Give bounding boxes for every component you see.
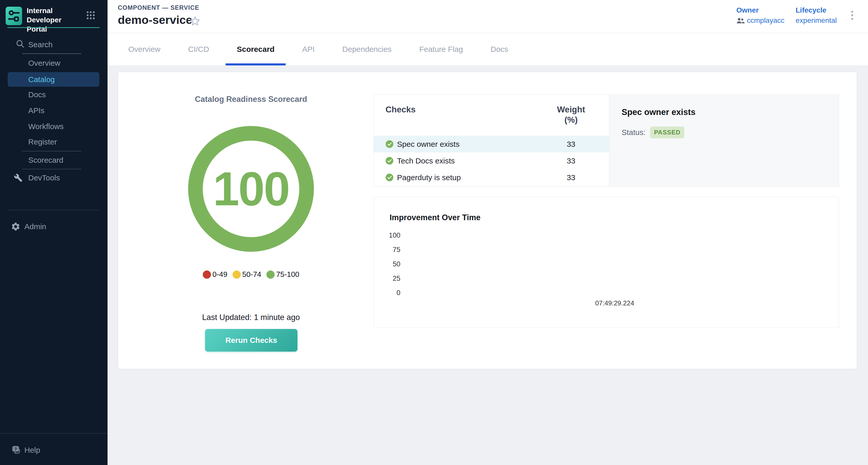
help-chat-icon: ?: [11, 445, 22, 455]
y-tick-label: 25: [384, 274, 400, 283]
sidebar-item-register[interactable]: Register: [0, 134, 107, 149]
owner-label: Owner: [736, 6, 784, 14]
tab[interactable]: Dependencies: [331, 33, 403, 65]
sidebar-item-devtools[interactable]: DevTools: [0, 170, 107, 185]
tab[interactable]: Overview: [117, 33, 172, 65]
sidebar-item-docs[interactable]: Docs: [0, 87, 107, 102]
checks-table: Checks Weight (%) Spec owner exists 33: [374, 95, 609, 187]
tab[interactable]: CI/CD: [177, 33, 220, 65]
check-row[interactable]: Pagerduty is setup 33: [374, 169, 609, 186]
improvement-chart: Improvement Over Time 1007550250 07:49:2…: [373, 197, 839, 328]
legend-item: 50-74: [232, 270, 261, 279]
tab[interactable]: Feature Flag: [408, 33, 474, 65]
legend-item: 75-100: [267, 270, 299, 279]
chart-title: Improvement Over Time: [390, 213, 480, 222]
score-value: 100: [213, 162, 289, 216]
favorite-star-icon[interactable]: [189, 15, 201, 27]
y-tick-label: 0: [384, 288, 400, 297]
people-icon: [736, 17, 745, 24]
owner-block: Owner ccmplayacc: [736, 6, 784, 25]
checks-panel: Checks Weight (%) Spec owner exists 33: [373, 94, 839, 187]
search-label: Search: [28, 40, 53, 49]
breadcrumb: COMPONENT — SERVICE: [118, 4, 199, 11]
status-label: Status:: [622, 128, 646, 137]
x-tick-label: 07:49:29.224: [576, 299, 653, 307]
app-logo-icon: [6, 7, 22, 25]
legend-dot: [232, 271, 241, 279]
entity-tabs: Overview CI/CD Scorecard API Dependencie…: [107, 33, 868, 66]
owner-link[interactable]: ccmplayacc: [747, 17, 784, 25]
search-underline: [22, 53, 81, 54]
sidebar-divider: [22, 169, 81, 169]
sidebar: Internal Developer Portal Search Overvie…: [0, 0, 107, 465]
score-legend: 0-49 50-74 75-100: [174, 270, 328, 279]
sidebar-item-overview[interactable]: Overview: [0, 56, 107, 70]
lifecycle-block: Lifecycle experimental: [796, 6, 837, 25]
scorecard-title: Catalog Readiness Scorecard: [174, 95, 328, 104]
wrench-icon: [14, 174, 23, 182]
rerun-checks-button[interactable]: Rerun Checks: [205, 329, 298, 351]
search-icon: [16, 39, 25, 48]
status-badge: PASSED: [650, 126, 684, 138]
tab[interactable]: Scorecard: [226, 33, 286, 65]
sidebar-item-help[interactable]: ? Help: [0, 443, 107, 458]
check-passed-icon: [385, 157, 394, 165]
entity-header: COMPONENT — SERVICE demo-service Owner c…: [107, 0, 868, 33]
checks-column-header: Checks: [385, 104, 415, 125]
check-row[interactable]: Spec owner exists 33: [374, 136, 609, 152]
sidebar-divider: [22, 151, 81, 151]
tab[interactable]: Docs: [479, 33, 520, 65]
check-row[interactable]: Tech Docs exists 33: [374, 152, 609, 169]
lifecycle-label: Lifecycle: [796, 6, 837, 14]
chart-y-axis: 1007550250: [384, 231, 400, 297]
legend-dot: [267, 271, 275, 279]
scorecard-card: Catalog Readiness Scorecard 100 0-49 50-…: [118, 72, 857, 369]
more-options-kebab-icon[interactable]: [851, 11, 853, 20]
lifecycle-value: experimental: [796, 17, 837, 25]
brand-title: Internal Developer Portal: [27, 6, 82, 34]
check-passed-icon: [385, 174, 394, 181]
y-tick-label: 100: [384, 231, 400, 240]
last-updated-text: Last Updated: 1 minute ago: [174, 313, 328, 322]
sidebar-item-apis[interactable]: APIs: [0, 103, 107, 118]
tab[interactable]: API: [291, 33, 326, 65]
weight-column-header: Weight (%): [551, 104, 592, 125]
sidebar-item-workflows[interactable]: Workflows: [0, 119, 107, 134]
sidebar-item-scorecard[interactable]: Scorecard: [0, 153, 107, 167]
sidebar-search[interactable]: Search: [0, 37, 107, 54]
y-tick-label: 75: [384, 245, 400, 254]
page-title: demo-service: [118, 13, 192, 27]
legend-item: 0-49: [203, 270, 227, 279]
sidebar-divider: [0, 433, 107, 434]
score-gauge: 100: [188, 126, 314, 252]
apps-grid-icon[interactable]: [87, 11, 95, 19]
check-detail-title: Spec owner exists: [622, 107, 839, 117]
sidebar-accent-divider: [7, 27, 100, 28]
sidebar-divider: [7, 210, 100, 211]
check-passed-icon: [385, 140, 394, 148]
svg-text:?: ?: [14, 447, 17, 452]
sidebar-item-catalog[interactable]: Catalog: [8, 72, 99, 87]
checks-table-header: Checks Weight (%): [374, 95, 609, 125]
y-tick-label: 50: [384, 260, 400, 269]
legend-dot: [203, 271, 211, 279]
check-detail-panel: Spec owner exists Status: PASSED: [609, 95, 839, 187]
sidebar-item-admin[interactable]: Admin: [0, 219, 107, 234]
gear-icon: [11, 222, 21, 231]
app-root: Internal Developer Portal Search Overvie…: [0, 0, 868, 465]
